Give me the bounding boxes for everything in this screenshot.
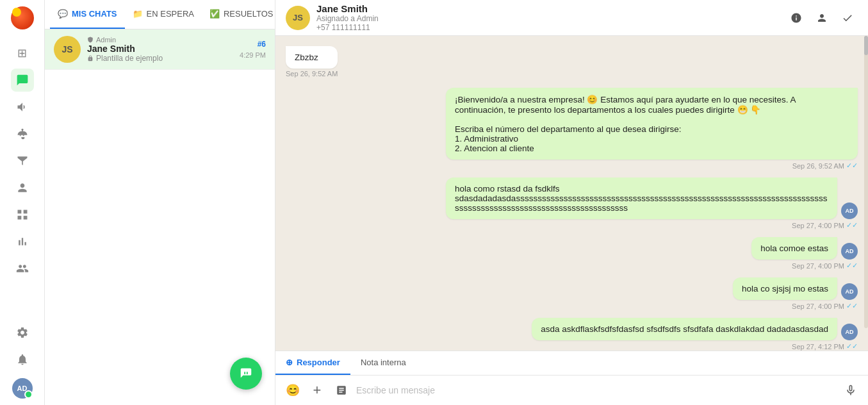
chat-list-panel: 💬 MIS CHATS 📁 EN ESPERA ✅ RESUELTOS JS A… [45,0,275,405]
message-meta: Sep 27, 4:00 PM ✓✓ [792,302,858,310]
scrollbar-track [864,36,868,328]
messages-area: Zbzbz Sep 26, 9:52 AM ¡Bienvenido/a a nu… [275,36,868,351]
sidebar-item-megaphone[interactable] [11,95,34,119]
chat-number: #6 [258,40,266,49]
message-hola-comoe: hola comoe estas AD Sep 27, 4:00 PM ✓✓ [751,237,858,270]
sender-avatar: AD [841,202,858,219]
message-with-avatar: hola comoe estas AD [751,237,858,260]
check-icon: ✓✓ [846,261,858,270]
sidebar-item-table[interactable] [11,203,34,226]
message-long: hola como rstasd da fsdklfs sdasdadadasd… [446,178,858,229]
chat-header-avatar: JS [286,6,310,30]
message-meta: Sep 27, 4:12 PM ✓✓ [792,342,858,351]
chat-tabs: 💬 MIS CHATS 📁 EN ESPERA ✅ RESUELTOS [45,0,275,29]
sidebar-item-settings[interactable] [11,321,34,344]
input-area: ⊕ Responder Nota interna 😊 + [275,351,868,405]
input-row: 😊 + [275,376,868,405]
tab-mis-chats-label: MIS CHATS [72,9,117,19]
admin-label: Admin [87,36,240,44]
tab-responder[interactable]: ⊕ Responder [275,351,350,375]
message-hola-sjsjsj: hola co sjsjsj mo estas AD Sep 27, 4:00 … [733,277,858,310]
message-zbzbz: Zbzbz Sep 26, 9:52 AM [286,46,338,80]
responder-icon: ⊕ [286,358,293,367]
new-chat-button[interactable] [230,358,262,390]
tab-nota-interna[interactable]: Nota interna [350,351,416,375]
jane-smith-info: Admin Jane Smith Plantilla de ejemplo [87,36,240,63]
resueltos-icon: ✅ [209,9,220,19]
jane-smith-name: Jane Smith [87,44,240,54]
jane-smith-preview: Plantilla de ejemplo [87,54,240,63]
tab-resueltos-label: RESUELTOS [224,9,274,19]
sidebar-item-grid[interactable]: ⊞ [11,42,34,65]
check-icon: ✓✓ [846,221,858,229]
message-bubble: Zbzbz [286,46,338,69]
attach-button[interactable]: + [307,381,327,400]
chat-list: JS Admin Jane Smith Plantilla de ejemplo… [45,29,275,405]
check-icon: ✓✓ [846,342,858,351]
jane-smith-meta: #6 4:29 PM [240,40,266,59]
tab-nota-label: Nota interna [361,358,406,367]
scrollbar-thumb[interactable] [864,36,868,55]
check-icon: ✓✓ [846,161,858,170]
tab-responder-label: Responder [297,358,340,367]
message-meta: Sep 27, 4:00 PM ✓✓ [792,261,858,270]
en-espera-icon: 📁 [133,9,143,19]
sender-avatar: AD [841,283,858,300]
chat-tab-icon: 💬 [58,9,68,19]
message-bubble: hola co sjsjsj mo estas [733,277,837,300]
message-meta: Sep 26, 9:52 AM ✓✓ [792,161,858,170]
sidebar-item-bot[interactable] [11,122,34,145]
assign-button[interactable] [812,8,832,28]
message-bubble: hola comoe estas [751,237,837,260]
chat-header-actions [786,8,858,28]
sidebar-item-contact[interactable] [11,176,34,199]
sidebar-item-team[interactable] [11,257,34,280]
tab-mis-chats[interactable]: 💬 MIS CHATS [50,0,125,29]
message-asda: asda askdflaskfsdfsfdasfsd sfsdfsdfs sfs… [532,318,858,351]
emoji-button[interactable]: 😊 [283,381,302,400]
jane-smith-avatar: JS [54,36,81,63]
chat-header: JS Jane Smith Asignado a Admin +57 11111… [275,0,868,36]
chat-header-name: Jane Smith [316,3,786,14]
app-logo [11,6,34,29]
mic-button[interactable] [841,381,860,400]
info-button[interactable] [786,8,807,28]
sender-avatar: AD [841,324,858,340]
tab-en-espera-label: EN ESPERA [147,9,194,19]
chat-time: 4:29 PM [240,51,266,59]
sidebar-item-chat[interactable] [11,69,34,92]
sidebar: ⊞ AD [0,0,45,405]
chat-main: JS Jane Smith Asignado a Admin +57 11111… [275,0,868,405]
message-bubble: ¡Bienvenido/a a nuestra empresa! 😊 Estam… [446,88,858,160]
message-bubble: hola como rstasd da fsdklfs sdasdadadasd… [446,178,837,219]
chat-header-info: Jane Smith Asignado a Admin +57 11111111… [316,3,786,32]
message-welcome: ¡Bienvenido/a a nuestra empresa! 😊 Estam… [446,88,858,170]
template-button[interactable] [332,381,351,400]
chat-header-subtitle: Asignado a Admin +57 111111111 [316,14,786,32]
user-avatar[interactable]: AD [12,378,33,399]
message-bubble: asda askdflaskfsdfsfdasfsd sfsdfsdfs sfs… [532,318,837,340]
message-input[interactable] [356,381,836,399]
input-tabs: ⊕ Responder Nota interna [275,351,868,376]
sidebar-item-analytics[interactable] [11,230,34,253]
tab-resueltos[interactable]: ✅ RESUELTOS [202,0,281,29]
message-with-avatar: hola co sjsjsj mo estas AD [733,277,858,300]
message-meta: Sep 27, 4:00 PM ✓✓ [792,221,858,229]
chat-item-jane-smith[interactable]: JS Admin Jane Smith Plantilla de ejemplo… [45,29,275,70]
tab-en-espera[interactable]: 📁 EN ESPERA [125,0,202,29]
message-date: Sep 26, 9:52 AM [286,70,338,78]
message-with-avatar: asda askdflaskfsdfsfdasfsd sfsdfsdfs sfs… [532,318,858,340]
message-with-avatar: hola como rstasd da fsdklfs sdasdadadasd… [446,178,858,219]
sidebar-item-filter[interactable] [11,149,34,172]
check-icon: ✓✓ [846,302,858,310]
resolve-button[interactable] [837,8,858,28]
sidebar-item-notification[interactable] [11,348,34,371]
sender-avatar: AD [841,243,858,260]
